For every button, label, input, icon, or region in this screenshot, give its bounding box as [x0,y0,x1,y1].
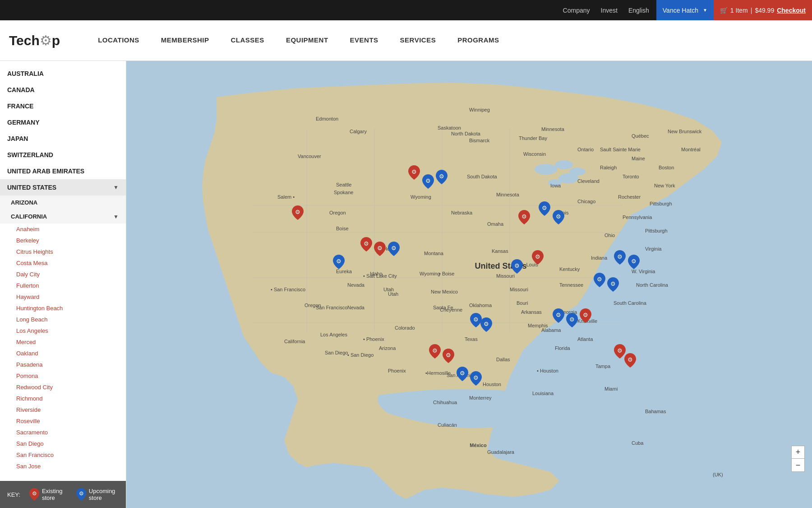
cart-button[interactable]: 🛒 1 Item | $49.99 Checkout [714,0,812,20]
svg-text:⚙: ⚙ [446,352,451,359]
city-san-jose[interactable]: San Jose [0,461,126,472]
city-merced[interactable]: Merced [0,336,126,348]
pin-seattle[interactable]: ⚙ [292,205,304,222]
pin-mex-blue2[interactable]: ⚙ [470,371,482,387]
nav-services[interactable]: SERVICES [389,20,447,61]
pin-tx-blue2[interactable]: ⚙ [480,317,492,334]
zoom-out-button[interactable]: − [792,459,804,471]
pin-pit-blue[interactable]: ⚙ [628,255,640,271]
country-france[interactable]: FRANCE [0,98,126,114]
svg-text:Minnesota: Minnesota [496,192,520,197]
invest-link[interactable]: Invest [601,7,618,14]
city-long-beach[interactable]: Long Beach [0,314,126,325]
city-fullerton[interactable]: Fullerton [0,280,126,291]
pin-mex-red[interactable]: ⚙ [429,344,441,360]
nav-locations[interactable]: LOCATIONS [87,20,150,61]
pin-fl-red2[interactable]: ⚙ [624,353,636,369]
city-citrus-heights[interactable]: Citrus Heights [0,246,126,257]
svg-text:⚙: ⚙ [78,490,83,497]
english-link[interactable]: English [628,7,649,14]
sidebar-scroll[interactable]: AUSTRALIA CANADA FRANCE GERMANY JAPAN SW… [0,61,126,481]
svg-text:Edmonton: Edmonton [316,116,338,121]
svg-text:Winnipeg: Winnipeg [469,107,490,112]
nav-classes[interactable]: CLASSES [220,20,275,61]
city-roseville[interactable]: Roseville [0,415,126,427]
country-us[interactable]: UNITED STATES ▼ [0,179,126,196]
svg-text:Arkansas: Arkansas [521,309,542,315]
pin-stl-blue[interactable]: ⚙ [511,259,523,275]
legend-title: KEY: [7,491,20,498]
country-uae[interactable]: UNITED ARAB EMIRATES [0,163,126,179]
pin-al-red[interactable]: ⚙ [580,308,591,325]
svg-text:Cuba: Cuba [632,440,644,446]
cart-items: 1 Item [730,7,748,14]
city-redwood-city[interactable]: Redwood City [0,382,126,393]
svg-text:Chihuahua: Chihuahua [433,400,457,405]
svg-text:North Carolina: North Carolina [636,282,669,288]
svg-text:Bahamas: Bahamas [645,409,666,414]
city-berkeley[interactable]: Berkeley [0,235,126,246]
city-daly-city[interactable]: Daly City [0,269,126,280]
country-japan[interactable]: JAPAN [0,130,126,147]
pin-mex-blue[interactable]: ⚙ [457,367,468,383]
city-pomona[interactable]: Pomona [0,370,126,382]
city-riverside[interactable]: Riverside [0,404,126,415]
pin-iowa-red[interactable]: ⚙ [518,210,530,226]
country-switzerland[interactable]: SWITZERLAND [0,147,126,163]
city-hayward[interactable]: Hayward [0,291,126,303]
nav-programs[interactable]: PROGRAMS [447,20,510,61]
nav-membership[interactable]: MEMBERSHIP [150,20,220,61]
map-container[interactable]: Seattle Vancouver Calgary Edmonton Winni… [126,61,812,508]
city-san-francisco[interactable]: San Francisco [0,449,126,461]
country-australia[interactable]: AUSTRALIA [0,65,126,82]
svg-point-3 [535,164,557,175]
svg-text:Tampa: Tampa [595,364,611,369]
pin-montana-blue[interactable]: ⚙ [422,174,434,191]
city-sacramento[interactable]: Sacramento [0,427,126,438]
user-button[interactable]: Vance Hatch ▼ [656,0,714,20]
city-los-angeles[interactable]: Los Angeles [0,325,126,336]
pin-tn-blue2[interactable]: ⚙ [607,277,619,294]
logo[interactable]: Tech ⚙ p [9,33,60,48]
pin-slc-red[interactable]: ⚙ [360,237,372,253]
city-richmond[interactable]: Richmond [0,393,126,404]
state-arizona[interactable]: ARIZONA [0,196,126,210]
svg-text:Virginia: Virginia [645,246,662,252]
city-huntington-beach[interactable]: Huntington Beach [0,303,126,314]
pin-montana-blue2[interactable]: ⚙ [436,170,448,186]
pin-slc-blue[interactable]: ⚙ [374,242,386,258]
svg-text:Québec: Québec [632,133,649,139]
pin-mex-red2[interactable]: ⚙ [443,349,454,365]
city-anaheim[interactable]: Anaheim [0,224,126,235]
city-costa-mesa[interactable]: Costa Mesa [0,257,126,269]
cart-price: $49.99 [755,7,774,14]
pin-montana-red[interactable]: ⚙ [408,165,420,182]
pin-wi-blue[interactable]: ⚙ [539,201,550,218]
pin-al-blue2[interactable]: ⚙ [566,313,578,329]
checkout-link[interactable]: Checkout [777,7,806,14]
svg-text:Ontario: Ontario [577,147,594,152]
svg-text:⚙: ⚙ [617,347,623,354]
svg-text:Spokane: Spokane [334,190,353,195]
svg-text:Utah: Utah [388,291,398,297]
nav-events[interactable]: EVENTS [339,20,389,61]
svg-text:Vancouver: Vancouver [298,154,321,159]
nav-equipment[interactable]: EQUIPMENT [275,20,339,61]
state-california[interactable]: CALIFORNIA ▼ [0,210,126,224]
content: AUSTRALIA CANADA FRANCE GERMANY JAPAN SW… [0,61,812,508]
pin-slc-blue2[interactable]: ⚙ [388,242,400,258]
pin-mi-blue[interactable]: ⚙ [553,210,564,226]
zoom-in-button[interactable]: + [792,446,804,459]
city-san-diego[interactable]: San Diego [0,438,126,449]
svg-text:Chicago: Chicago [577,199,595,204]
pin-mo-red[interactable]: ⚙ [532,250,544,266]
city-oakland[interactable]: Oakland [0,348,126,359]
city-pasadena[interactable]: Pasadena [0,359,126,370]
pin-oh-blue[interactable]: ⚙ [614,250,626,266]
country-germany[interactable]: GERMANY [0,114,126,130]
pin-nevada-blue[interactable]: ⚙ [333,255,345,271]
country-canada[interactable]: CANADA [0,82,126,98]
pin-al-blue[interactable]: ⚙ [553,308,564,325]
company-link[interactable]: Company [563,7,590,14]
pin-tn-blue[interactable]: ⚙ [594,273,605,289]
